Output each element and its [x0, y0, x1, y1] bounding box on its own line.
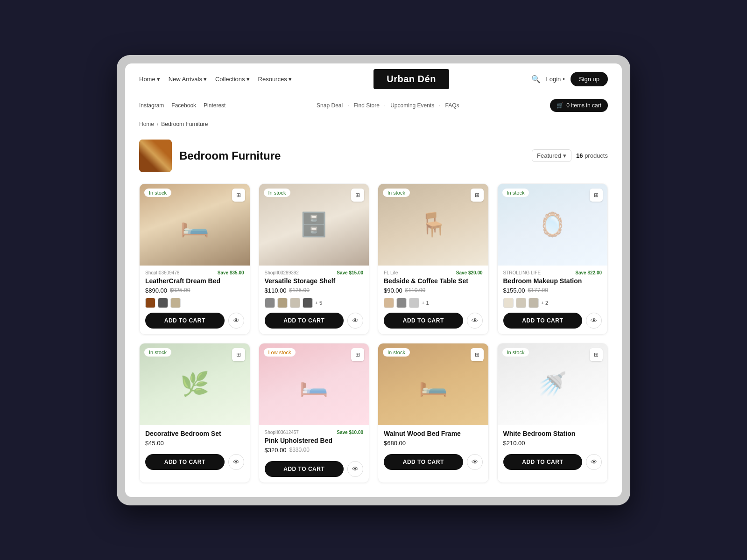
- quick-view-button[interactable]: 👁: [586, 313, 602, 329]
- quick-view-button[interactable]: 👁: [586, 454, 602, 470]
- product-card: 🪞 In stock ⊞ STROLLING LIFE Save $22.00 …: [497, 183, 608, 335]
- swatch-more: + 5: [315, 300, 323, 306]
- upcoming-events-link[interactable]: Upcoming Events: [390, 102, 434, 109]
- utility-links: Snap Deal · Find Store · Upcoming Events…: [317, 102, 459, 109]
- logo: Urban Dén: [374, 69, 449, 89]
- shop-id: STROLLING LIFE: [503, 270, 541, 275]
- product-price: $110.00$125.00: [265, 287, 364, 294]
- color-swatches: + 5: [265, 298, 364, 308]
- breadcrumb: Home / Bedroom Furniture: [125, 116, 622, 132]
- product-price: $680.00: [384, 440, 483, 447]
- find-store-link[interactable]: Find Store: [354, 102, 380, 109]
- color-swatch[interactable]: [529, 298, 539, 308]
- instagram-link[interactable]: Instagram: [139, 102, 164, 109]
- cart-button[interactable]: 🛒 0 items in cart: [550, 99, 608, 112]
- product-price: $45.00: [145, 440, 244, 447]
- add-to-cart-button[interactable]: ADD TO CART: [145, 313, 225, 329]
- product-emoji: 🛏️: [299, 371, 328, 398]
- breadcrumb-home[interactable]: Home: [139, 121, 154, 127]
- color-swatch[interactable]: [145, 298, 155, 308]
- color-swatch[interactable]: [384, 298, 394, 308]
- cart-icon: 🛒: [557, 102, 564, 109]
- save-badge: Save $22.00: [575, 270, 602, 275]
- sort-select[interactable]: Featured ▾: [532, 149, 571, 162]
- add-to-cart-button[interactable]: ADD TO CART: [265, 461, 344, 477]
- quick-view-button[interactable]: 👁: [347, 461, 363, 477]
- color-swatch[interactable]: [516, 298, 526, 308]
- compare-button[interactable]: ⊞: [351, 348, 364, 361]
- product-name: Versatile Storage Shelf: [265, 277, 364, 285]
- facebook-link[interactable]: Facebook: [171, 102, 196, 109]
- color-swatch[interactable]: [303, 298, 313, 308]
- nav-resources[interactable]: Resources ▾: [258, 76, 292, 83]
- price-current: $90.00: [384, 287, 402, 294]
- add-to-cart-button[interactable]: ADD TO CART: [503, 313, 583, 329]
- card-actions: ADD TO CART 👁: [503, 313, 602, 329]
- faqs-link[interactable]: FAQs: [445, 102, 459, 109]
- snap-deal-link[interactable]: Snap Deal: [317, 102, 343, 109]
- quick-view-button[interactable]: 👁: [347, 313, 363, 329]
- nav-collections[interactable]: Collections ▾: [215, 76, 250, 83]
- add-to-cart-button[interactable]: ADD TO CART: [503, 454, 583, 470]
- add-to-cart-button[interactable]: ADD TO CART: [384, 454, 463, 470]
- compare-button[interactable]: ⊞: [471, 189, 484, 202]
- nav-right: 🔍 Login • Sign up: [531, 72, 608, 86]
- product-info: ShopII03289392 Save $15.00 Versatile Sto…: [259, 266, 369, 334]
- price-current: $680.00: [384, 440, 406, 447]
- main-content: Bedroom Furniture Featured ▾ 16 products: [125, 132, 622, 497]
- login-button[interactable]: Login •: [546, 76, 565, 83]
- sort-area: Featured ▾ 16 products: [532, 149, 608, 162]
- price-current: $155.00: [503, 287, 525, 294]
- product-name: LeatherCraft Dream Bed: [145, 277, 244, 285]
- card-actions: ADD TO CART 👁: [503, 454, 602, 470]
- color-swatch[interactable]: [158, 298, 168, 308]
- add-to-cart-button[interactable]: ADD TO CART: [145, 454, 225, 470]
- color-swatch[interactable]: [503, 298, 514, 308]
- swatch-more: + 2: [541, 300, 549, 306]
- signup-button[interactable]: Sign up: [571, 72, 608, 86]
- color-swatch[interactable]: [409, 298, 419, 308]
- pinterest-link[interactable]: Pinterest: [204, 102, 226, 109]
- product-emoji: 🛏️: [419, 371, 448, 398]
- compare-button[interactable]: ⊞: [590, 189, 603, 202]
- color-swatches: [145, 298, 244, 308]
- product-emoji: 🪞: [538, 211, 567, 238]
- compare-button[interactable]: ⊞: [351, 189, 364, 202]
- quick-view-button[interactable]: 👁: [467, 313, 483, 329]
- shop-id: ShopII03609478: [145, 270, 179, 275]
- color-swatch[interactable]: [290, 298, 300, 308]
- compare-button[interactable]: ⊞: [590, 348, 603, 361]
- product-card: 🚿 In stock ⊞ White Bedroom Station $210.…: [497, 343, 608, 483]
- search-button[interactable]: 🔍: [531, 75, 541, 84]
- product-emoji: 🌿: [180, 371, 209, 398]
- color-swatch[interactable]: [265, 298, 275, 308]
- card-actions: ADD TO CART 👁: [145, 313, 244, 329]
- quick-view-button[interactable]: 👁: [228, 454, 244, 470]
- quick-view-button[interactable]: 👁: [228, 313, 244, 329]
- product-info: ShopII03609478 Save $35.00 LeatherCraft …: [140, 266, 250, 334]
- nav-home[interactable]: Home ▾: [139, 76, 160, 83]
- quick-view-button[interactable]: 👁: [467, 454, 483, 470]
- card-actions: ADD TO CART 👁: [384, 313, 483, 329]
- nav-new-arrivals[interactable]: New Arrivals ▾: [169, 76, 207, 83]
- color-swatch[interactable]: [170, 298, 181, 308]
- save-badge: Save $10.00: [337, 430, 363, 435]
- save-badge: Save $15.00: [337, 270, 363, 275]
- product-image: 🛏️ In stock ⊞: [378, 343, 488, 425]
- color-swatch[interactable]: [277, 298, 288, 308]
- product-card: 🛏️ In stock ⊞ Walnut Wood Bed Frame $680…: [378, 343, 489, 483]
- price-original: $925.00: [170, 287, 190, 294]
- compare-button[interactable]: ⊞: [232, 348, 245, 361]
- add-to-cart-button[interactable]: ADD TO CART: [265, 313, 344, 329]
- product-price: $210.00: [503, 440, 602, 447]
- color-swatch[interactable]: [396, 298, 407, 308]
- compare-button[interactable]: ⊞: [232, 189, 245, 202]
- product-count: 16 products: [576, 152, 608, 159]
- product-meta: ShopII03612457 Save $10.00: [265, 430, 364, 435]
- product-name: Bedside & Coffee Table Set: [384, 277, 483, 285]
- product-emoji: 🚿: [538, 371, 567, 398]
- product-card: 🛏️ Low stock ⊞ ShopII03612457 Save $10.0…: [259, 343, 370, 483]
- add-to-cart-button[interactable]: ADD TO CART: [384, 313, 463, 329]
- compare-button[interactable]: ⊞: [471, 348, 484, 361]
- product-image: 🌿 In stock ⊞: [140, 343, 250, 425]
